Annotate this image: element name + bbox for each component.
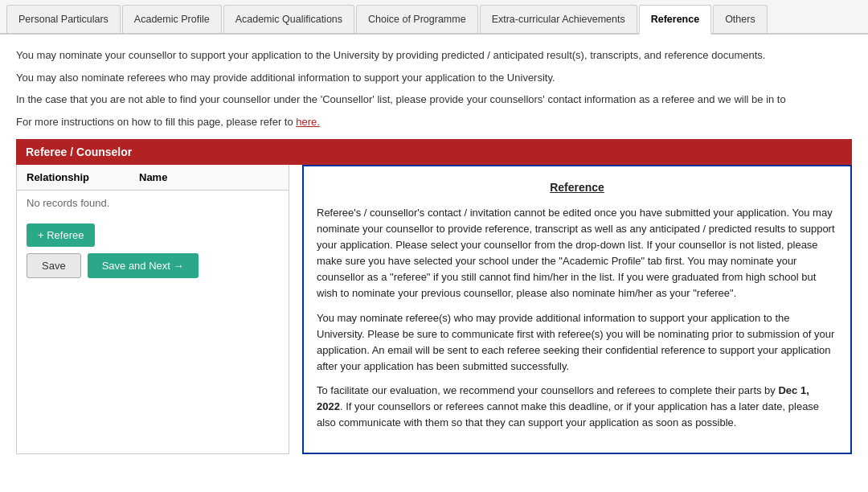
table-header: Relationship Name [17,165,289,191]
reference-box-title: Reference [317,179,837,197]
main-layout: Relationship Name No records found. + Re… [16,165,852,454]
info-line-4: For more instructions on how to fill thi… [16,114,852,130]
tab-academic-profile[interactable]: Academic Profile [122,5,222,33]
left-panel: Relationship Name No records found. + Re… [16,165,289,454]
info-line-1: You may nominate your counsellor to supp… [16,47,852,64]
deadline-text: Dec 1, 2022 [317,384,809,412]
reference-para-3: To facilitate our evaluation, we recomme… [317,383,837,431]
reference-para-2: You may nominate referee(s) who may prov… [317,310,837,375]
left-actions: + Referee Save Save and Next → [17,215,289,286]
tab-extra-curricular[interactable]: Extra-curricular Achievements [480,5,637,33]
save-button[interactable]: Save [27,253,81,278]
info-line-2: You may also nominate referees who may p… [16,70,852,86]
tab-academic-qualifications[interactable]: Academic Qualifications [223,5,354,33]
here-link[interactable]: here. [296,116,320,128]
reference-para-1: Referee's / counsellor's contact / invit… [317,205,837,302]
table-body-no-records: No records found. [17,191,289,215]
page-container: Personal Particulars Academic Profile Ac… [0,0,868,492]
tab-personal-particulars[interactable]: Personal Particulars [6,5,121,33]
tab-others[interactable]: Others [713,5,768,33]
col-header-relationship: Relationship [27,171,139,183]
info-line-3: In the case that you are not able to fin… [16,92,852,108]
button-row: Save Save and Next → [27,253,279,278]
col-header-name: Name [139,171,279,183]
section-header-referee-counselor: Referee / Counselor [16,139,852,165]
add-referee-button[interactable]: + Referee [27,223,95,247]
save-and-next-button[interactable]: Save and Next → [88,253,199,278]
tab-choice-of-programme[interactable]: Choice of Programme [356,5,478,33]
reference-info-box: Reference Referee's / counsellor's conta… [302,165,852,454]
page-content: You may nominate your counsellor to supp… [0,35,868,467]
tab-reference[interactable]: Reference [639,5,711,35]
tab-bar: Personal Particulars Academic Profile Ac… [0,0,868,35]
